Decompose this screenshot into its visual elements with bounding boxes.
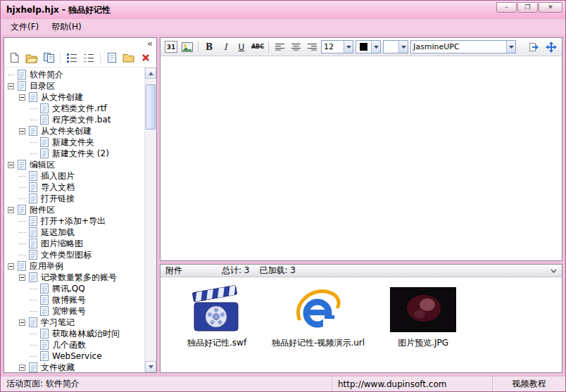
- toolbar-separator: [100, 53, 101, 63]
- font-color-select[interactable]: [356, 40, 381, 53]
- tree-item[interactable]: WebService: [4, 350, 144, 362]
- scroll-down-button[interactable]: [145, 361, 156, 372]
- export-icon[interactable]: [527, 40, 541, 54]
- tree-node-icon: [29, 171, 37, 181]
- status-video-link[interactable]: 视频教程: [492, 377, 565, 391]
- tree-node-icon: [18, 81, 26, 91]
- new-document-icon[interactable]: [8, 51, 21, 65]
- collapse-sidebar-button[interactable]: «: [147, 39, 153, 47]
- attachments-panel: 附件 总计: 3 已加载: 3: [160, 264, 562, 373]
- tree-node-icon: [40, 329, 49, 339]
- tree-item-label: 软件简介: [28, 69, 65, 81]
- tree-item[interactable]: 新建文件夹: [4, 137, 144, 148]
- maximize-button[interactable]: ❐: [517, 2, 538, 13]
- attachments-collapse-icon[interactable]: [551, 269, 557, 273]
- tree-node-icon: [29, 272, 37, 282]
- menu-help[interactable]: 帮助(H): [46, 20, 87, 34]
- tree-node-icon: [29, 182, 37, 192]
- tree-node-icon: [40, 351, 49, 361]
- tree-item[interactable]: 图片缩略图: [4, 238, 144, 249]
- menu-file[interactable]: 文件(F): [5, 20, 44, 34]
- align-left-icon[interactable]: [272, 40, 287, 54]
- tree-item-label: 腾讯,QQ: [51, 283, 87, 295]
- tree-item[interactable]: 几个函数: [4, 339, 144, 350]
- tree-connector: [30, 300, 39, 301]
- save-page-icon[interactable]: [105, 51, 118, 65]
- font-family-select[interactable]: JasmineUPC: [410, 40, 516, 53]
- tree-item-label: 宽带账号: [51, 305, 87, 317]
- tree-scrollbar[interactable]: [144, 68, 156, 372]
- tree-item[interactable]: 导入文档: [4, 182, 144, 193]
- tree-item[interactable]: 新建文件夹 (2): [4, 148, 144, 159]
- tree-item[interactable]: 插入图片: [4, 170, 144, 182]
- tree-item[interactable]: 打开链接: [4, 193, 144, 204]
- tree-item[interactable]: 从文件夹创建: [4, 125, 144, 137]
- tree-item-label: 从文件创建: [39, 91, 84, 103]
- tree-item[interactable]: 文档类文件.rtf: [4, 103, 144, 114]
- attachment-item[interactable]: 图片预览.JPG: [390, 284, 456, 349]
- tree-collapse-icon[interactable]: [8, 162, 17, 168]
- attachment-item[interactable]: 独品好记性-视频演示.url: [272, 284, 365, 349]
- fit-window-icon[interactable]: [544, 40, 558, 54]
- scroll-up-button[interactable]: [145, 68, 156, 79]
- tree-node-icon: [29, 92, 37, 102]
- tree-node-icon: [40, 284, 49, 293]
- align-center-icon[interactable]: [289, 40, 303, 54]
- underline-button[interactable]: U: [234, 40, 249, 54]
- highlight-color-select[interactable]: [383, 40, 408, 53]
- tree-collapse-icon[interactable]: [19, 320, 28, 326]
- attachment-item[interactable]: 独品好记性.swf: [187, 284, 246, 349]
- font-size-select[interactable]: 12: [321, 40, 353, 53]
- tree-item[interactable]: 附件区: [4, 204, 144, 215]
- tree-collapse-icon[interactable]: [19, 128, 28, 134]
- align-right-icon[interactable]: [305, 40, 319, 54]
- toolbar-right-group: [527, 40, 558, 54]
- bold-button[interactable]: B: [202, 40, 216, 54]
- copy-pages-icon[interactable]: [42, 51, 56, 65]
- open-folder-icon[interactable]: [25, 51, 38, 65]
- tree-item[interactable]: 从文件创建: [4, 91, 144, 103]
- tree-collapse-icon[interactable]: [19, 274, 28, 281]
- tree-collapse-icon[interactable]: [19, 365, 28, 371]
- ordered-list-icon[interactable]: [65, 51, 78, 65]
- tree-connector: [30, 334, 39, 334]
- tree-item[interactable]: 程序类文件.bat: [4, 114, 144, 125]
- tree-connector: [30, 153, 39, 154]
- tree-item-label: 编辑区: [28, 159, 56, 171]
- tree-item[interactable]: 记录数量繁多的账号: [4, 272, 144, 283]
- tree-collapse-icon[interactable]: [8, 207, 17, 213]
- scrollbar-thumb[interactable]: [146, 84, 156, 129]
- tree-item[interactable]: 文件类型图标: [4, 249, 144, 260]
- tree-item[interactable]: 打开+添加+导出: [4, 215, 144, 227]
- tree-item[interactable]: 软件简介: [4, 69, 144, 80]
- close-button[interactable]: ✕: [539, 2, 562, 13]
- folder-icon[interactable]: [122, 51, 135, 65]
- detail-list-icon[interactable]: [82, 51, 95, 65]
- tree-item[interactable]: 腾讯,QQ: [4, 283, 144, 294]
- delete-icon[interactable]: [139, 51, 153, 65]
- tree-item[interactable]: 延迟加载: [4, 227, 144, 238]
- tree-connector: [19, 198, 28, 199]
- tree-node-icon: [18, 261, 26, 271]
- tree-item-label: WebService: [51, 351, 103, 361]
- italic-button[interactable]: I: [218, 40, 232, 54]
- tree-node-icon: [29, 250, 37, 260]
- editor-area[interactable]: [161, 56, 562, 260]
- tree-item[interactable]: 微博账号: [4, 294, 144, 305]
- minimize-button[interactable]: –: [496, 2, 517, 13]
- tree-item[interactable]: 文件收藏: [4, 362, 144, 372]
- tree-item[interactable]: 编辑区: [4, 159, 144, 170]
- strikethrough-button[interactable]: ABC: [251, 40, 265, 54]
- tree-item[interactable]: 宽带账号: [4, 305, 144, 317]
- tree-collapse-icon[interactable]: [8, 83, 17, 89]
- tree-item[interactable]: 目录区: [4, 80, 144, 91]
- scrollbar-track[interactable]: [145, 79, 156, 361]
- insert-date-icon[interactable]: 31: [164, 40, 178, 54]
- tree-item[interactable]: 应用举例: [4, 260, 144, 272]
- editor-block: 31 B I U ABC: [160, 37, 562, 261]
- insert-image-icon[interactable]: [180, 40, 194, 54]
- tree-collapse-icon[interactable]: [8, 263, 17, 270]
- tree-collapse-icon[interactable]: [19, 94, 28, 101]
- tree-item[interactable]: 学习笔记: [4, 317, 144, 328]
- tree-item[interactable]: 获取格林威治时间: [4, 328, 144, 339]
